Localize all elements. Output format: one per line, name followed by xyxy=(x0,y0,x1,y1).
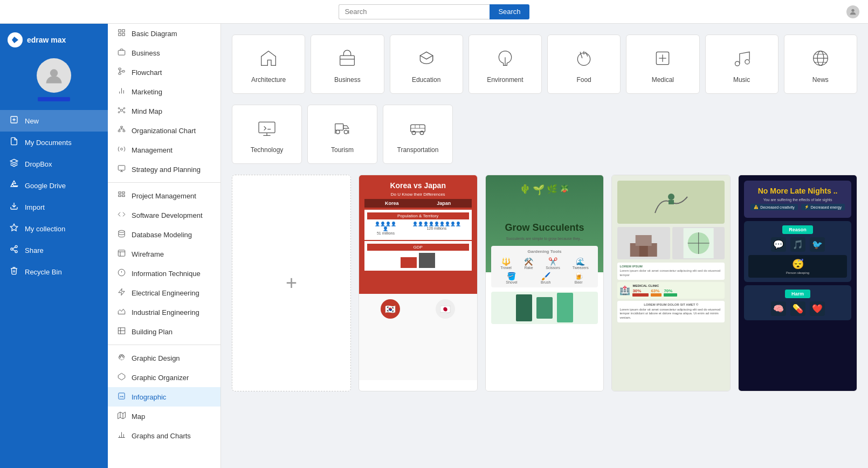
category-card-food[interactable]: Food xyxy=(547,35,621,94)
architecture-icon xyxy=(258,47,279,72)
category-card-business[interactable]: Business xyxy=(311,35,384,94)
user-profile xyxy=(0,53,108,110)
left-nav-management[interactable]: Management xyxy=(108,140,221,160)
svg-point-24 xyxy=(120,109,122,112)
music-cat-icon xyxy=(731,47,753,72)
left-nav-info-tech[interactable]: Information Technique xyxy=(108,264,221,283)
category-label-environment: Environment xyxy=(487,76,523,84)
category-label-technology: Technology xyxy=(251,146,284,154)
tourism-cat-icon xyxy=(332,118,353,142)
left-nav-graphic-org[interactable]: Graphic Organizer xyxy=(108,368,221,387)
left-nav-marketing[interactable]: Marketing xyxy=(108,82,221,101)
sidebar-item-my-documents[interactable]: My Documents xyxy=(0,132,108,153)
svg-rect-14 xyxy=(118,50,125,55)
sidebar-item-label-dropbox: DropBox xyxy=(25,160,52,168)
category-card-tourism[interactable]: Tourism xyxy=(307,105,377,164)
svg-rect-101 xyxy=(669,200,674,204)
gdp-section: GDP xyxy=(367,244,469,251)
info-tech-icon xyxy=(116,269,126,278)
avatar-bar xyxy=(38,97,70,101)
svg-point-95 xyxy=(412,131,416,135)
my-documents-icon xyxy=(9,137,19,148)
left-nav-map[interactable]: Map xyxy=(108,407,221,426)
left-nav-label-infotech: Information Technique xyxy=(132,270,201,278)
korea-col: Korea xyxy=(385,201,399,206)
sidebar-item-share[interactable]: Share xyxy=(0,239,108,261)
sidebar-item-dropbox[interactable]: DropBox xyxy=(0,153,108,175)
category-card-architecture[interactable]: Architecture xyxy=(232,35,305,94)
search-button[interactable]: Search xyxy=(490,4,529,19)
wireframe-icon xyxy=(116,249,126,259)
category-card-news[interactable]: News xyxy=(784,35,857,94)
left-nav-label-project: Project Management xyxy=(132,192,196,200)
category-card-environment[interactable]: Environment xyxy=(469,35,542,94)
template-card-korea-japan[interactable]: Korea vs Japan Do U Know their Differenc… xyxy=(359,175,478,391)
svg-rect-63 xyxy=(118,393,124,399)
left-nav-wireframe[interactable]: Wireframe xyxy=(108,244,221,264)
basic-diagram-icon xyxy=(116,29,126,38)
svg-rect-10 xyxy=(118,30,120,32)
left-nav-software-dev[interactable]: Software Development xyxy=(108,205,221,225)
template-card-succulents[interactable]: 🌵🌱🌿🪴 Grow Succulents Succulents are simp… xyxy=(485,175,604,391)
left-nav-industrial[interactable]: Industrial Engineering xyxy=(108,302,221,322)
electrical-icon xyxy=(116,288,126,298)
template-card-late-nights[interactable]: No More Late Nights .. You are suffering… xyxy=(738,175,857,391)
nav-divider-2 xyxy=(108,345,221,345)
template-card-tourism[interactable]: LOREM IPSUM Lorem ipsum dolor sit amet c… xyxy=(611,175,731,391)
left-nav-org-chart[interactable]: Organizational Chart xyxy=(108,121,221,140)
left-nav-electrical[interactable]: Electrical Engineering xyxy=(108,283,221,302)
nav-divider-1 xyxy=(108,182,221,183)
svg-point-1 xyxy=(50,69,58,77)
korea-japan-subtitle: Do U Know their Differences xyxy=(364,192,472,197)
left-nav-label-mindmap: Mind Map xyxy=(132,107,162,115)
left-nav-basic-diagram[interactable]: Basic Diagram xyxy=(108,24,221,43)
left-nav-graphic-design[interactable]: Graphic Design xyxy=(108,348,221,368)
svg-rect-86 xyxy=(259,122,275,133)
sidebar-item-collection[interactable]: My collection xyxy=(0,218,108,239)
mindmap-icon xyxy=(116,106,126,116)
svg-rect-16 xyxy=(122,71,124,72)
left-nav-infographic[interactable]: Infographic xyxy=(108,387,221,407)
category-label-food: Food xyxy=(576,76,591,84)
left-nav-project-mgmt[interactable]: Project Management xyxy=(108,186,221,205)
svg-rect-71 xyxy=(340,56,355,65)
topbar: Search xyxy=(0,0,868,24)
category-grid-row1: Architecture Business Education xyxy=(232,35,857,94)
left-nav-label-strategy: Strategy and Planning xyxy=(132,166,201,174)
category-label-medical: Medical xyxy=(652,76,674,84)
left-nav-label-management: Management xyxy=(132,146,173,154)
left-nav-database[interactable]: Database Modeling xyxy=(108,225,221,244)
sidebar-item-google-drive[interactable]: Google Drive xyxy=(0,175,108,196)
category-card-transportation[interactable]: Transportation xyxy=(383,105,453,164)
left-nav-business[interactable]: Business xyxy=(108,43,221,63)
svg-rect-11 xyxy=(122,30,124,32)
import-icon xyxy=(9,202,19,212)
sidebar-item-new[interactable]: New xyxy=(0,110,108,132)
left-nav-graphs[interactable]: Graphs and Charts xyxy=(108,426,221,445)
left-nav-mindmap[interactable]: Mind Map xyxy=(108,101,221,121)
user-avatar-icon[interactable] xyxy=(846,5,859,18)
left-nav-building[interactable]: Building Plan xyxy=(108,322,221,341)
left-nav-label-infographic: Infographic xyxy=(132,393,166,401)
category-card-technology[interactable]: Technology xyxy=(232,105,302,164)
search-input[interactable] xyxy=(339,4,490,19)
sidebar-item-label-docs: My Documents xyxy=(25,139,72,147)
category-card-medical[interactable]: Medical xyxy=(626,35,699,94)
svg-rect-89 xyxy=(335,123,343,130)
category-card-education[interactable]: Education xyxy=(390,35,463,94)
category-label-architecture: Architecture xyxy=(251,76,286,84)
sidebar-item-import[interactable]: Import xyxy=(0,196,108,218)
left-nav-label-graphic-org: Graphic Organizer xyxy=(132,374,189,382)
sidebar: edraw max New My Documents DropBox xyxy=(0,24,108,468)
transportation-cat-icon xyxy=(407,118,429,142)
svg-point-90 xyxy=(336,130,340,134)
svg-point-91 xyxy=(344,130,348,134)
left-nav-flowchart[interactable]: Flowchart xyxy=(108,63,221,82)
svg-rect-103 xyxy=(636,235,652,246)
left-nav-strategy[interactable]: Strategy and Planning xyxy=(108,160,221,179)
new-template-card[interactable]: + xyxy=(232,175,351,391)
category-card-music[interactable]: Music xyxy=(705,35,779,94)
svg-line-30 xyxy=(122,109,123,110)
business-icon xyxy=(116,48,126,58)
sidebar-item-recycle[interactable]: Recycle Bin xyxy=(0,261,108,283)
